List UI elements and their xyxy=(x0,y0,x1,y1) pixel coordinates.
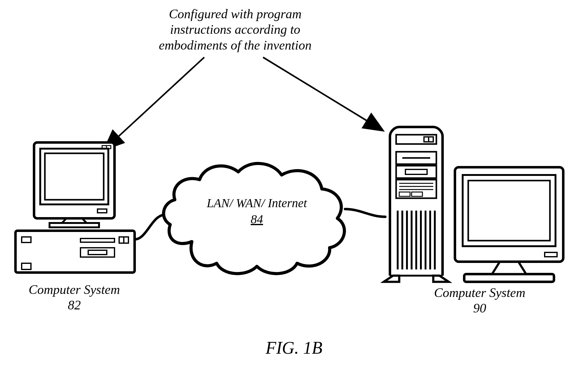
svg-rect-0 xyxy=(15,231,135,273)
diagram-canvas: Configured with program instructions acc… xyxy=(0,0,588,367)
right-computer-icon xyxy=(381,121,579,288)
left-computer-title: Computer System xyxy=(28,282,120,297)
svg-rect-41 xyxy=(468,181,550,241)
tower-icon xyxy=(384,127,449,282)
monitor-icon xyxy=(455,167,563,282)
svg-rect-38 xyxy=(464,274,554,282)
cloud-label: LAN/ WAN/ Internet 84 xyxy=(192,195,322,227)
figure-caption-text: FIG. 1B xyxy=(266,338,322,357)
left-computer-label: Computer System 82 xyxy=(9,282,139,313)
svg-rect-11 xyxy=(45,153,104,200)
figure-caption: FIG. 1B xyxy=(217,338,371,358)
right-computer-ref: 90 xyxy=(473,301,486,315)
left-computer-icon xyxy=(9,133,139,279)
left-computer-ref: 82 xyxy=(68,298,81,312)
right-computer-title: Computer System xyxy=(434,286,525,300)
right-computer-label: Computer System 90 xyxy=(399,285,560,316)
cloud-title: LAN/ WAN/ Internet xyxy=(207,196,307,210)
cloud-ref: 84 xyxy=(251,212,263,226)
